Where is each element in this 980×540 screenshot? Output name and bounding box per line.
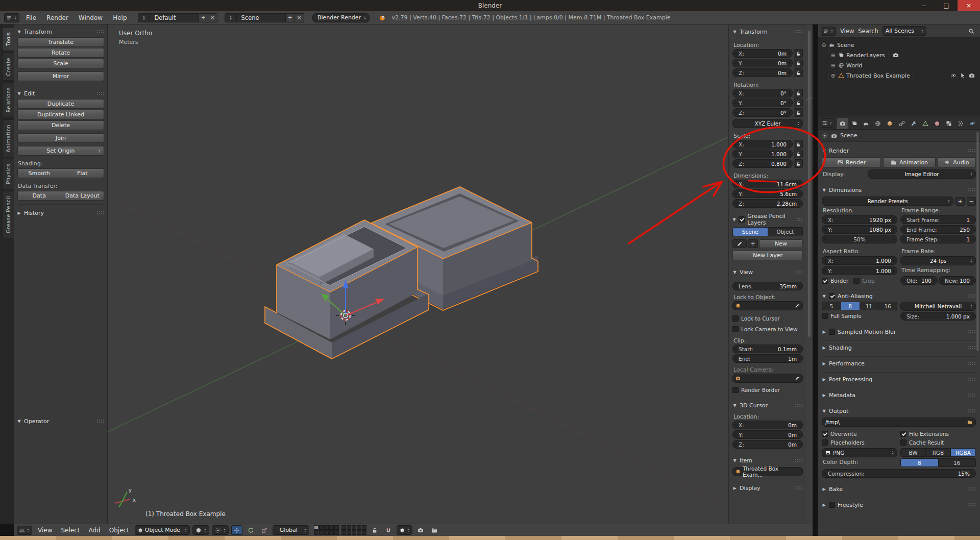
render-animation-button[interactable]: Animation <box>883 157 936 167</box>
panel-header-transform[interactable]: Transform <box>17 27 105 36</box>
tool-tab-tools[interactable]: Tools <box>2 27 14 51</box>
expand-toggle-icon[interactable] <box>830 62 836 69</box>
delete-scene-button[interactable]: × <box>295 13 304 22</box>
tab-modifiers[interactable] <box>908 118 919 129</box>
layer-cell[interactable] <box>314 525 318 530</box>
start-frame-field[interactable]: Start Frame:1 <box>900 215 976 224</box>
remap-new-field[interactable]: New:100 <box>939 276 976 285</box>
remap-old-field[interactable]: Old:100 <box>900 276 938 285</box>
add-menu[interactable]: Add <box>86 527 104 534</box>
3d-scene-canvas[interactable] <box>108 24 813 524</box>
aa-samples-5[interactable]: 5 <box>822 302 841 310</box>
tab-texture[interactable] <box>943 118 954 129</box>
resolution-x-field[interactable]: X:1920 px <box>822 215 897 224</box>
menu-window[interactable]: Window <box>75 14 106 21</box>
tab-render[interactable] <box>837 118 848 129</box>
duplicate-button[interactable]: Duplicate <box>17 99 104 109</box>
tab-material[interactable] <box>932 118 943 129</box>
item-name-field[interactable]: Throated Box Exam... <box>732 467 803 476</box>
panel-header-history[interactable]: History <box>17 208 105 217</box>
lock-rotation-z-button[interactable] <box>794 108 803 117</box>
duplicate-linked-button[interactable]: Duplicate Linked <box>17 110 104 119</box>
layer-cell[interactable] <box>329 525 334 530</box>
layer-cell[interactable] <box>357 530 361 535</box>
layer-cell[interactable] <box>362 530 366 535</box>
outliner-view-menu[interactable]: View <box>840 28 854 35</box>
motion-blur-checkbox[interactable] <box>829 329 835 335</box>
join-button[interactable]: Join <box>17 133 104 143</box>
aa-samples-16[interactable]: 16 <box>878 302 897 310</box>
tree-item-world[interactable]: World <box>830 60 977 70</box>
manipulator-translate-toggle[interactable] <box>231 525 242 535</box>
full-sample-checkbox[interactable]: Full Sample <box>822 312 897 320</box>
lock-location-x-button[interactable] <box>794 49 803 58</box>
tab-world[interactable] <box>872 118 884 129</box>
layer-cell[interactable] <box>352 525 356 530</box>
panel-header-grease-pencil[interactable]: Grease Pencil Layers <box>732 215 803 224</box>
file-extensions-checkbox[interactable]: File Extensions <box>900 430 976 437</box>
lens-field[interactable]: Lens:35mm <box>732 282 803 290</box>
properties-scrollbar[interactable] <box>976 132 979 351</box>
lock-rotation-y-button[interactable] <box>794 99 803 107</box>
data-transfer-layout-button[interactable]: Data Layout <box>61 191 105 201</box>
collapse-toggle-icon[interactable] <box>821 42 827 48</box>
add-scene-button[interactable]: + <box>286 13 295 22</box>
gp-datablock-browse-button[interactable] <box>732 239 747 248</box>
grease-pencil-checkbox[interactable] <box>739 216 745 223</box>
mirror-button[interactable]: Mirror <box>17 71 104 81</box>
channel-rgba-button[interactable]: RGBA <box>951 448 976 457</box>
npanel-scrollbar[interactable] <box>808 31 811 337</box>
tool-tab-physics[interactable]: Physics <box>2 159 14 189</box>
layer-cell[interactable] <box>319 530 324 535</box>
compression-slider[interactable]: Compression:15% <box>822 469 976 478</box>
pin-context-icon[interactable] <box>822 133 828 139</box>
anti-aliasing-checkbox[interactable] <box>829 293 835 299</box>
minimize-button[interactable]: − <box>913 0 935 11</box>
end-frame-field[interactable]: End Frame:250 <box>900 225 976 234</box>
aa-samples-8[interactable]: 8 <box>841 302 860 310</box>
panel-header-dimensions[interactable]: Dimensions <box>822 185 976 194</box>
render-visibility-camera-icon[interactable] <box>893 52 899 58</box>
data-transfer-data-button[interactable]: Data <box>17 191 61 201</box>
frame-rate-dropdown[interactable]: 24 fps <box>900 256 976 265</box>
channel-bw-button[interactable]: BW <box>900 448 926 457</box>
outliner-search-button[interactable] <box>966 26 977 36</box>
border-checkbox[interactable]: Border <box>822 277 848 284</box>
lock-layers-toggle[interactable] <box>369 525 380 535</box>
location-x-field[interactable]: X:0m <box>732 49 793 58</box>
lock-scale-x-button[interactable] <box>794 140 803 149</box>
location-y-field[interactable]: Y:0m <box>732 59 793 67</box>
mode-dropdown[interactable]: Object Mode <box>135 525 190 535</box>
resolution-percentage-slider[interactable]: 50% <box>822 235 897 243</box>
layer-cell[interactable] <box>329 530 334 535</box>
editor-type-button[interactable] <box>17 526 32 535</box>
resolution-y-field[interactable]: Y:1080 px <box>822 225 897 234</box>
object-throated-box-base[interactable] <box>265 220 429 359</box>
selectability-pointer-icon[interactable] <box>960 72 966 79</box>
layout-name-field[interactable]: Default <box>150 13 199 22</box>
layer-cell[interactable] <box>347 525 351 530</box>
lock-to-object-field[interactable] <box>732 301 803 310</box>
lock-scale-z-button[interactable] <box>794 159 803 168</box>
tool-tab-relations[interactable]: Relations <box>2 82 14 118</box>
panel-header-3d-cursor[interactable]: 3D Cursor <box>732 401 803 410</box>
lock-location-z-button[interactable] <box>794 68 803 77</box>
lock-to-cursor-checkbox[interactable]: Lock to Cursor <box>732 314 803 322</box>
scale-y-field[interactable]: Y:1.000 <box>732 150 793 158</box>
rotation-mode-dropdown[interactable]: XYZ Euler <box>732 119 803 128</box>
tree-item-scene[interactable]: Scene <box>821 40 977 50</box>
tree-item-throated-box[interactable]: Throated Box Example <box>830 70 977 81</box>
layer-cell[interactable] <box>352 530 356 535</box>
set-origin-menu[interactable]: Set Origin <box>17 146 104 156</box>
panel-header-anti-aliasing[interactable]: Anti-Aliasing <box>822 291 976 301</box>
layer-cell[interactable] <box>347 530 351 535</box>
output-path-field[interactable]: /tmp\ <box>822 418 976 427</box>
rotation-x-field[interactable]: X:0° <box>732 89 793 97</box>
panel-header-motion-blur[interactable]: Sampled Motion Blur <box>822 327 976 336</box>
browse-scenes-button[interactable] <box>225 13 237 22</box>
layer-cell[interactable] <box>324 525 329 530</box>
aspect-x-field[interactable]: X:1.000 <box>822 256 897 265</box>
shade-flat-button[interactable]: Flat <box>61 168 105 178</box>
tab-object[interactable] <box>884 118 895 129</box>
opengl-render-animation-button[interactable] <box>429 525 440 535</box>
